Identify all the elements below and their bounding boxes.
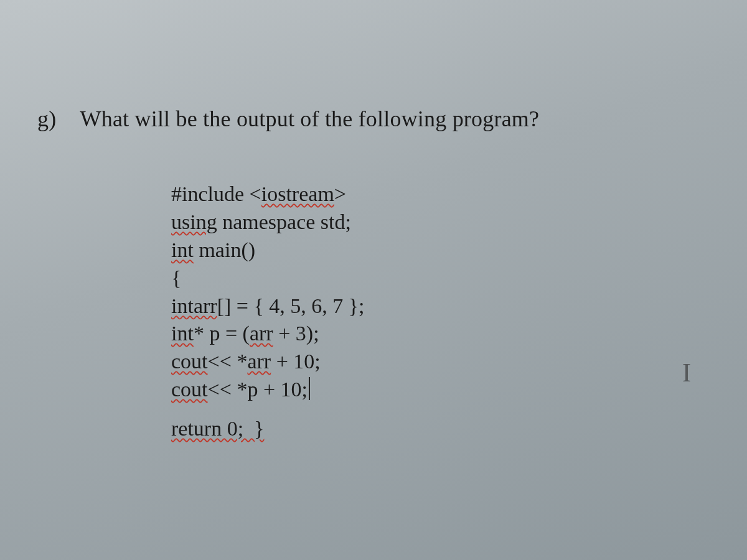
code-line-9: return 0; }: [171, 415, 365, 443]
spellcheck-mark: int: [171, 238, 194, 261]
code-block: #include <iostream> using namespace std;…: [171, 180, 365, 443]
code-line-3: int main(): [171, 236, 365, 264]
spellcheck-mark: arr: [247, 350, 271, 373]
code-line-7: cout<< *arr + 10;: [171, 348, 365, 376]
question-text: What will be the output of the following…: [80, 106, 540, 131]
spellcheck-mark: return 0; }: [171, 417, 264, 440]
spellcheck-mark: intarr: [171, 294, 217, 317]
spellcheck-mark: iostream: [261, 182, 334, 205]
text-cursor: [309, 377, 310, 400]
spellcheck-mark: cout: [171, 378, 208, 401]
code-line-6: int* p = (arr + 3);: [171, 320, 365, 348]
code-line-2: using namespace std;: [171, 208, 365, 236]
spellcheck-mark: using: [171, 210, 217, 233]
code-line-4: {: [171, 264, 365, 292]
code-line-1: #include <iostream>: [171, 180, 365, 208]
spellcheck-mark: cout: [171, 350, 208, 373]
code-line-8: cout<< *p + 10;: [171, 376, 365, 404]
code-line-5: intarr[] = { 4, 5, 6, 7 };: [171, 292, 365, 320]
question-marker: g): [37, 106, 75, 132]
mouse-ibeam-icon: I: [682, 358, 691, 388]
question-line: g) What will be the output of the follow…: [37, 106, 539, 132]
document-page: g) What will be the output of the follow…: [0, 0, 747, 560]
spellcheck-mark: arr: [250, 322, 273, 345]
spellcheck-mark: int: [171, 322, 194, 345]
